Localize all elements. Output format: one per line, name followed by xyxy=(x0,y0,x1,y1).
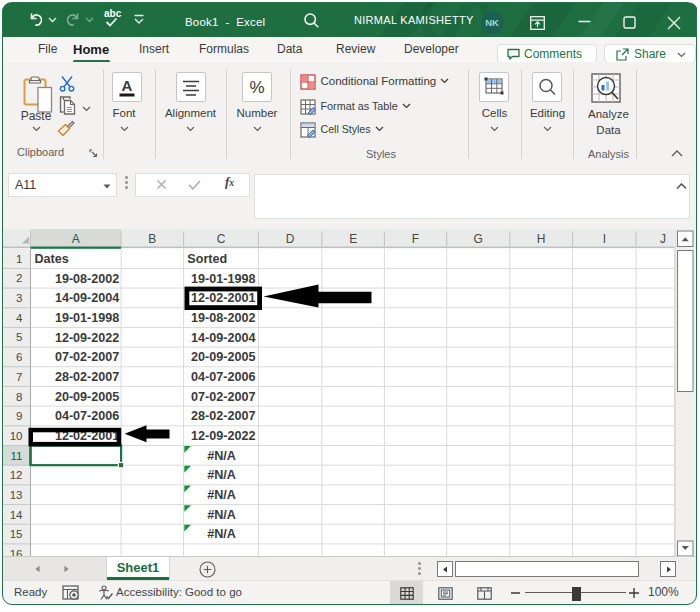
svg-text:19-08-2002: 19-08-2002 xyxy=(191,311,255,325)
svg-text:11: 11 xyxy=(11,450,23,462)
svg-text:16: 16 xyxy=(10,548,23,556)
svg-text:#N/A: #N/A xyxy=(207,449,236,463)
svg-text:C: C xyxy=(217,232,226,246)
svg-text:#N/A: #N/A xyxy=(207,527,236,541)
svg-text:12-09-2022: 12-09-2022 xyxy=(191,429,255,443)
svg-text:Dates: Dates xyxy=(35,252,69,266)
svg-text:B: B xyxy=(148,232,156,246)
svg-text:3: 3 xyxy=(16,292,22,304)
svg-text:14-09-2004: 14-09-2004 xyxy=(55,291,119,305)
svg-text:20-09-2005: 20-09-2005 xyxy=(191,350,255,364)
svg-text:19-08-2002: 19-08-2002 xyxy=(55,272,119,286)
svg-text:14-09-2004: 14-09-2004 xyxy=(191,331,255,345)
svg-text:7: 7 xyxy=(16,371,22,383)
svg-text:4: 4 xyxy=(16,312,23,324)
svg-text:04-07-2006: 04-07-2006 xyxy=(191,370,255,384)
svg-text:5: 5 xyxy=(16,331,22,343)
svg-text:#N/A: #N/A xyxy=(207,508,236,522)
svg-text:A: A xyxy=(122,77,133,94)
svg-text:10: 10 xyxy=(10,430,23,442)
svg-text:G: G xyxy=(474,232,483,246)
svg-text:A: A xyxy=(72,232,80,246)
svg-text:#N/A: #N/A xyxy=(207,468,236,482)
svg-text:2: 2 xyxy=(16,272,22,284)
svg-text:12-02-2001: 12-02-2001 xyxy=(191,291,255,305)
svg-text:13: 13 xyxy=(10,489,23,501)
svg-text:D: D xyxy=(286,232,295,246)
svg-text:F: F xyxy=(412,232,419,246)
svg-text:#N/A: #N/A xyxy=(207,488,236,502)
svg-text:8: 8 xyxy=(16,391,22,403)
svg-text:9: 9 xyxy=(16,410,22,422)
svg-text:14: 14 xyxy=(10,509,23,521)
svg-text:J: J xyxy=(660,232,666,246)
svg-text:%: % xyxy=(249,77,264,96)
svg-text:1: 1 xyxy=(16,253,22,265)
svg-text:12: 12 xyxy=(10,469,23,481)
svg-text:Sorted: Sorted xyxy=(187,252,227,266)
svg-text:28-02-2007: 28-02-2007 xyxy=(191,409,255,423)
svg-text:19-01-1998: 19-01-1998 xyxy=(191,272,255,286)
svg-text:20-09-2005: 20-09-2005 xyxy=(55,390,119,404)
svg-text:H: H xyxy=(537,232,546,246)
svg-text:E: E xyxy=(349,232,357,246)
svg-text:28-02-2007: 28-02-2007 xyxy=(55,370,119,384)
svg-text:12-09-2022: 12-09-2022 xyxy=(55,331,119,345)
svg-text:19-01-1998: 19-01-1998 xyxy=(55,311,119,325)
svg-text:04-07-2006: 04-07-2006 xyxy=(55,409,119,423)
svg-text:07-02-2007: 07-02-2007 xyxy=(55,350,119,364)
svg-text:I: I xyxy=(603,232,606,246)
svg-text:6: 6 xyxy=(16,351,22,363)
svg-text:07-02-2007: 07-02-2007 xyxy=(191,390,255,404)
svg-text:15: 15 xyxy=(10,528,23,540)
